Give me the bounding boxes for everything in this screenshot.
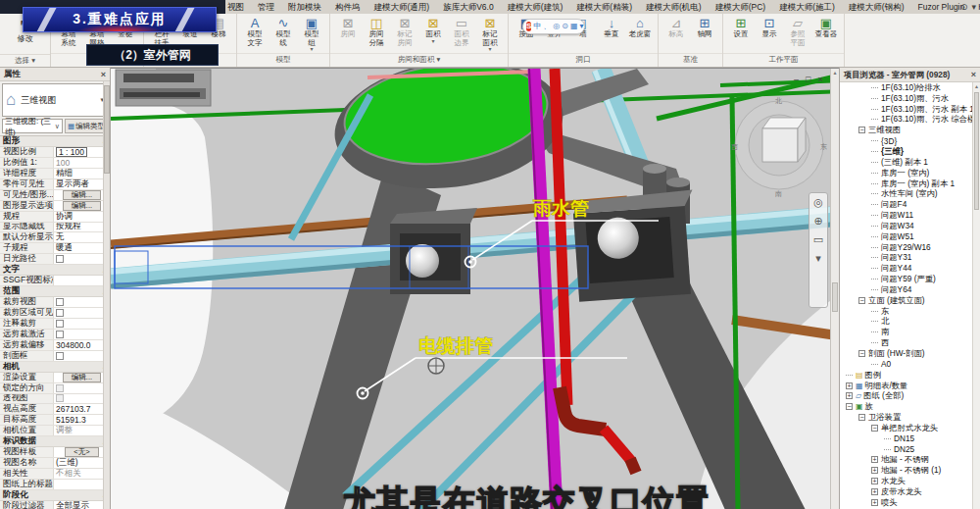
minimize-icon[interactable]: – bbox=[794, 75, 799, 84]
property-value[interactable]: 编辑... bbox=[53, 190, 110, 200]
tree-item[interactable]: +▦明细表/数量 bbox=[840, 381, 980, 391]
property-value[interactable]: (三维) bbox=[53, 458, 110, 468]
ribbon-tab[interactable]: 建模大师(通用) bbox=[368, 0, 437, 14]
ribbon-tab[interactable]: 管理 bbox=[251, 0, 281, 14]
tree-item[interactable]: +▱图纸 (全部) bbox=[840, 390, 980, 401]
ribbon-tab[interactable]: 建模大师(施工) bbox=[772, 0, 842, 14]
ribbon-tab[interactable]: 建模大师(建筑) bbox=[501, 0, 570, 14]
tree-item[interactable]: 1F(63.10)给排水 bbox=[840, 82, 980, 93]
collapse-icon[interactable]: − bbox=[858, 414, 865, 421]
tree-item[interactable]: (三维) 副本 1 bbox=[840, 157, 980, 168]
tree-item[interactable]: −卫浴装置 bbox=[840, 412, 980, 423]
tree-item[interactable]: 问题Y44 bbox=[840, 263, 980, 274]
circle-arrow-icon[interactable]: ⊙ bbox=[960, 2, 968, 12]
properties-scrollbar[interactable] bbox=[103, 81, 110, 509]
tree-item[interactable]: {3D} bbox=[840, 135, 980, 146]
checkbox[interactable] bbox=[56, 331, 64, 338]
select-dropdown[interactable]: 选择 ▾ bbox=[0, 54, 50, 67]
collapse-icon[interactable]: − bbox=[858, 127, 865, 133]
ribbon-button[interactable]: ⊠面积▾ bbox=[419, 16, 447, 53]
checkbox[interactable] bbox=[56, 352, 64, 360]
collapse-icon[interactable]: − bbox=[871, 425, 878, 432]
property-value[interactable]: 按规程 bbox=[53, 223, 110, 232]
tree-item[interactable]: DN25 bbox=[840, 444, 980, 455]
tree-item[interactable]: 问题W34 bbox=[840, 221, 980, 231]
sogou-icon[interactable]: S bbox=[526, 22, 531, 31]
tree-item[interactable]: +水龙头 bbox=[840, 476, 980, 486]
expand-icon[interactable]: + bbox=[846, 382, 853, 389]
expand-icon[interactable]: + bbox=[871, 499, 878, 506]
ribbon-button[interactable]: ∿模型 线 bbox=[270, 16, 297, 53]
tree-item[interactable]: +皮带水龙头 bbox=[840, 486, 980, 497]
ribbon-button[interactable]: ⊠房间 bbox=[334, 16, 362, 53]
wheel-icon[interactable]: ◎ bbox=[553, 20, 560, 33]
tree-item[interactable]: +地漏 - 不锈钢 bbox=[840, 455, 980, 466]
expand-icon[interactable]: + bbox=[871, 488, 878, 495]
ribbon-tab[interactable]: 视图 bbox=[220, 0, 251, 14]
tree-item[interactable]: 西 bbox=[840, 337, 980, 348]
expand-icon[interactable]: + bbox=[846, 392, 853, 399]
checkbox[interactable] bbox=[56, 394, 64, 402]
property-section[interactable]: 阶段化∧ bbox=[0, 490, 110, 501]
property-value[interactable] bbox=[53, 330, 110, 339]
more-icon[interactable]: ▾ bbox=[580, 20, 584, 33]
property-value[interactable]: <无> bbox=[53, 447, 110, 457]
junction-box[interactable] bbox=[390, 208, 477, 294]
tree-item[interactable]: 问题F4 bbox=[840, 199, 980, 210]
tree-item[interactable]: 库房一 (室内) 副本 1 bbox=[840, 178, 980, 189]
tree-item[interactable]: 问题Y31 bbox=[840, 253, 980, 264]
close-icon[interactable]: × bbox=[971, 70, 976, 79]
ribbon-button[interactable]: ▭面积 边界 bbox=[448, 16, 475, 53]
property-section[interactable]: 文字∧ bbox=[0, 265, 110, 276]
property-value[interactable]: 编辑... bbox=[53, 373, 110, 382]
viewcube-north[interactable]: 北 bbox=[775, 97, 782, 105]
property-value[interactable]: 调整 bbox=[53, 426, 110, 435]
tree-item[interactable]: 南 bbox=[840, 327, 980, 337]
property-section[interactable]: 相机∧ bbox=[0, 362, 110, 373]
checkbox[interactable] bbox=[56, 384, 64, 392]
view-selector[interactable]: 三维视图: (三维)∨ bbox=[2, 119, 63, 133]
junction-box[interactable] bbox=[572, 189, 700, 301]
edit-button[interactable]: <无> bbox=[65, 447, 98, 457]
tree-item[interactable]: A0 bbox=[840, 359, 980, 370]
scrollbar-thumb[interactable] bbox=[832, 282, 838, 312]
ribbon-button[interactable]: ◫房间 分隔 bbox=[363, 16, 390, 53]
property-value[interactable] bbox=[53, 297, 110, 307]
property-section[interactable]: 图形∧ bbox=[0, 136, 110, 147]
keyboard-icon[interactable]: ▦ bbox=[570, 20, 578, 33]
tree-item[interactable]: 问题Y29/W16 bbox=[840, 242, 980, 253]
ribbon-tab[interactable]: 构件坞 bbox=[328, 0, 368, 14]
checkbox[interactable] bbox=[56, 298, 64, 306]
edit-type-button[interactable]: ▦ 编辑类型 bbox=[65, 119, 108, 133]
expand-icon[interactable]: + bbox=[871, 456, 878, 463]
tree-item[interactable]: 问题W11 bbox=[840, 210, 980, 221]
property-value[interactable] bbox=[53, 383, 110, 393]
property-value[interactable]: 51591.3 bbox=[53, 415, 110, 425]
property-value[interactable] bbox=[53, 276, 110, 285]
property-value[interactable]: 精细 bbox=[53, 169, 110, 178]
property-value[interactable] bbox=[53, 394, 110, 404]
type-selector[interactable]: ⌂ 三维视图 ▾ bbox=[2, 83, 108, 117]
tree-item[interactable]: +喷头 bbox=[840, 497, 980, 508]
viewcube-south[interactable]: 南 bbox=[775, 190, 782, 197]
tree-item[interactable]: 1F(63.10)雨、污水 bbox=[840, 93, 980, 104]
scroll-up-icon[interactable]: ▴ bbox=[831, 69, 839, 76]
checkbox[interactable] bbox=[56, 309, 64, 317]
edit-button[interactable]: 编辑... bbox=[63, 373, 101, 382]
tree-item[interactable]: 库房一 (室内) bbox=[840, 168, 980, 178]
ribbon-tab[interactable]: 附加模块 bbox=[281, 0, 328, 14]
ribbon-tab[interactable]: 族库大师V6.0 bbox=[436, 0, 501, 14]
ribbon-tab[interactable]: 建模大师(钢构) bbox=[842, 0, 911, 14]
ribbon-button[interactable]: A模型 文字 bbox=[241, 16, 269, 53]
tree-item[interactable]: ▤图例 bbox=[840, 370, 980, 381]
close-icon[interactable]: × bbox=[817, 75, 822, 84]
tree-item[interactable]: 水性车间 (室内) bbox=[840, 188, 980, 199]
checkbox[interactable] bbox=[56, 320, 64, 328]
scrollbar-thumb[interactable] bbox=[104, 85, 110, 174]
caret-down-icon[interactable]: ▾ bbox=[815, 252, 821, 265]
property-section[interactable]: 标识数据∧ bbox=[0, 436, 110, 447]
property-value[interactable]: 全部显示 bbox=[53, 501, 110, 509]
collapse-icon[interactable]: − bbox=[858, 297, 865, 304]
drawing-area[interactable]: 雨水管 电缆排管 bbox=[111, 68, 839, 509]
tree-item[interactable]: 问题W51 bbox=[840, 231, 980, 242]
